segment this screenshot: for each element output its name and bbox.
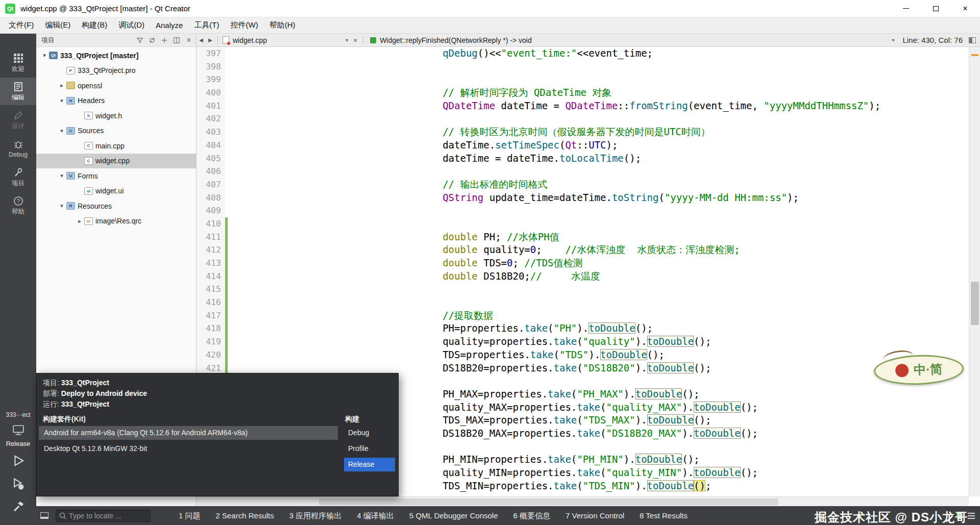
code-text[interactable]	[228, 204, 969, 217]
document-dropdown-icon[interactable]: ▾	[344, 37, 350, 43]
expand-arrow-icon[interactable]: ▸	[58, 82, 66, 89]
tree-item[interactable]: uiwidget.ui	[36, 184, 196, 199]
code-text[interactable]: TDS=properties.take("TDS").toDouble();	[228, 348, 969, 362]
menu-item[interactable]: 工具(T)	[188, 17, 225, 33]
build-option[interactable]: Release	[344, 458, 395, 471]
mode-design[interactable]: 设计	[0, 106, 36, 134]
vertical-scrollbar-thumb[interactable]	[971, 282, 979, 325]
split-editor-button[interactable]	[969, 37, 976, 43]
code-text[interactable]: //提取数据	[228, 309, 969, 322]
kit-option[interactable]: Desktop Qt 5.12.6 MinGW 32-bit	[39, 442, 338, 456]
build-option[interactable]: Debug	[344, 426, 395, 440]
menu-item[interactable]: 编辑(E)	[39, 17, 76, 33]
build-button[interactable]	[0, 499, 36, 513]
output-pane-button[interactable]: 4 编译输出	[349, 506, 402, 525]
code-text[interactable]	[228, 217, 969, 231]
collapse-arrow-icon[interactable]: ▾	[58, 172, 66, 179]
code-text[interactable]	[228, 112, 969, 126]
tree-item[interactable]: hwidget.h	[36, 108, 196, 123]
code-text[interactable]: double PH; //水体PH值	[228, 231, 969, 244]
output-pane-button[interactable]: 8 Test Results	[632, 506, 695, 525]
mode-projects[interactable]: 项目	[0, 163, 36, 191]
tree-item[interactable]: ▾Qt333_QtProject [master]	[36, 48, 196, 63]
collapse-arrow-icon[interactable]: ▾	[58, 128, 66, 134]
mode-help[interactable]: ?帮助	[0, 192, 36, 219]
tree-item[interactable]: Cmain.cpp	[36, 138, 196, 154]
output-pane-button[interactable]: 2 Search Results	[208, 506, 282, 525]
hamburger-menu-icon[interactable]	[968, 513, 975, 519]
build-progress-icon[interactable]	[957, 513, 963, 519]
locator-field[interactable]: Type to locate ...	[56, 510, 151, 522]
build-option[interactable]: Profile	[344, 442, 395, 456]
collapse-arrow-icon[interactable]: ▾	[58, 97, 66, 104]
output-pane-button[interactable]: 7 Version Control	[558, 506, 632, 525]
code-text[interactable]: dateTime = dateTime.toLocalTime();	[228, 152, 969, 165]
mode-edit[interactable]: 编辑	[0, 78, 36, 105]
output-pane-button[interactable]: 5 QML Debugger Console	[402, 506, 506, 525]
output-panes-toggle-icon[interactable]	[40, 512, 48, 519]
add-pane-button[interactable]	[160, 36, 168, 44]
symbol-selector[interactable]: Widget::replyFinished(QNetworkReply *) -…	[380, 36, 532, 44]
code-text[interactable]	[228, 283, 969, 296]
output-pane-button[interactable]: 3 应用程序输出	[282, 506, 350, 525]
split-panel-button[interactable]	[173, 36, 181, 44]
tree-item[interactable]: ▸openssl	[36, 78, 196, 93]
code-text[interactable]: qDebug()<<"event_time:"<<event_time;	[228, 47, 969, 60]
tree-item[interactable]: ▾RResources	[36, 198, 196, 214]
menu-item[interactable]: 控件(W)	[225, 17, 264, 33]
tree-item[interactable]: P333_QtProject.pro	[36, 63, 196, 79]
output-pane-button[interactable]: 1 问题	[171, 506, 208, 525]
close-document-button[interactable]: ×	[350, 36, 360, 44]
menu-item[interactable]: 文件(F)	[3, 17, 39, 33]
toolbar-dropdown-icon[interactable]: ▾	[890, 37, 896, 43]
tree-item[interactable]: ▸rcimage\Res.qrc	[36, 214, 196, 229]
tree-item[interactable]: ▾CSources	[36, 123, 196, 139]
close-button[interactable]: ×	[950, 0, 980, 17]
code-text[interactable]	[228, 60, 969, 73]
project-panel-title[interactable]: 项目	[41, 36, 55, 45]
menu-item[interactable]: Analyze	[150, 18, 188, 33]
code-text[interactable]: quality=properties.take("quality").toDou…	[228, 335, 969, 348]
filter-button[interactable]	[136, 36, 144, 44]
sync-with-editor-button[interactable]	[148, 36, 156, 44]
menu-item[interactable]: 帮助(H)	[264, 17, 301, 33]
open-document-name[interactable]: widget.cpp	[233, 36, 267, 44]
code-text[interactable]: dateTime.setTimeSpec(Qt::UTC);	[228, 139, 969, 152]
tree-item[interactable]: ▾HHeaders	[36, 93, 196, 109]
code-text[interactable]: double DS18B20;// 水温度	[228, 270, 969, 283]
code-text[interactable]: QString update_time=dateTime.toString("y…	[228, 191, 969, 205]
close-panel-button[interactable]: ×	[185, 36, 193, 44]
code-text[interactable]: // 转换时区为北京时间（假设服务器下发的时间是UTC时间）	[228, 126, 969, 139]
menu-item[interactable]: 调试(D)	[113, 17, 150, 33]
code-text[interactable]	[228, 73, 969, 86]
kit-option[interactable]: Android for arm64-v8a (Clang Qt 5.12.6 f…	[39, 426, 338, 440]
expand-arrow-icon[interactable]: ▸	[76, 218, 84, 224]
maximize-button[interactable]	[921, 0, 950, 17]
output-pane-button[interactable]: 6 概要信息	[506, 506, 558, 525]
target-selector-button[interactable]	[0, 424, 36, 436]
run-button[interactable]	[0, 453, 36, 468]
horizontal-scrollbar[interactable]	[197, 496, 969, 506]
kit-project-name[interactable]: 333···ect	[0, 411, 36, 418]
collapse-arrow-icon[interactable]: ▾	[58, 203, 66, 209]
code-text[interactable]: double quality=0; //水体浑浊度 水质状态：浑浊度检测;	[228, 243, 969, 257]
code-text[interactable]: // 输出标准的时间格式	[228, 178, 969, 191]
code-text[interactable]: // 解析时间字段为 QDateTime 对象	[228, 86, 969, 99]
vertical-scrollbar[interactable]	[969, 47, 980, 496]
debug-run-button[interactable]	[0, 477, 36, 492]
code-text[interactable]	[228, 296, 969, 309]
code-text[interactable]: PH=properties.take("PH").toDouble();	[228, 322, 969, 335]
minimize-button[interactable]	[891, 0, 921, 17]
tree-item[interactable]: ▾UForms	[36, 168, 196, 184]
nav-back-button[interactable]: ◀	[197, 37, 206, 43]
kit-build-type[interactable]: Release	[0, 440, 36, 447]
horizontal-scrollbar-thumb[interactable]	[319, 498, 778, 505]
code-text[interactable]: double TDS=0; //TDS值检测	[228, 257, 969, 270]
tree-item[interactable]: Cwidget.cpp	[36, 154, 196, 169]
menu-item[interactable]: 构建(B)	[76, 17, 113, 33]
mode-welcome[interactable]: 欢迎	[0, 49, 36, 77]
code-text[interactable]	[228, 165, 969, 178]
collapse-arrow-icon[interactable]: ▾	[40, 52, 48, 59]
code-text[interactable]: QDateTime dateTime = QDateTime::fromStri…	[228, 99, 969, 113]
mode-debug[interactable]: Debug	[0, 135, 36, 162]
